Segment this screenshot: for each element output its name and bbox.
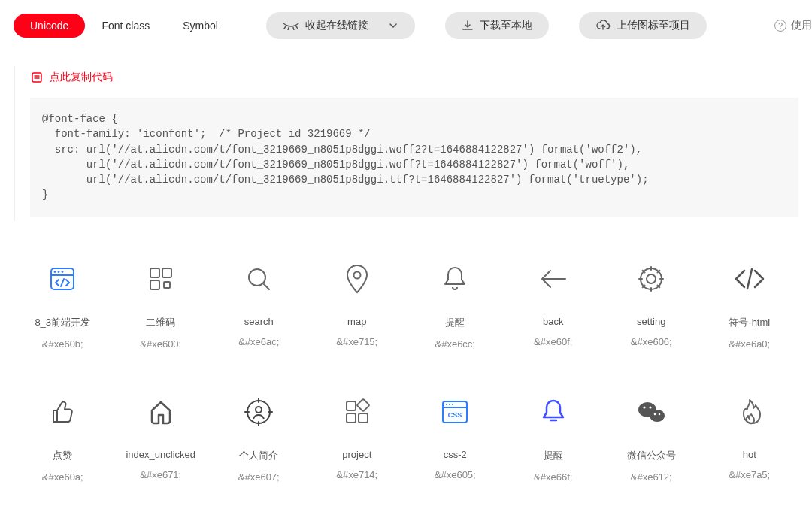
svg-point-29 [659, 413, 661, 415]
qrcode-icon [147, 262, 174, 296]
icon-label: css-2 [444, 449, 467, 460]
tab-fontclass[interactable]: Font class [85, 14, 166, 38]
svg-rect-8 [164, 282, 170, 288]
tab-group: Unicode Font class Symbol [14, 14, 235, 38]
icon-qrcode[interactable]: 二维码 &#xe600; [112, 262, 211, 350]
icon-project[interactable]: project &#xe714; [308, 395, 407, 483]
svg-point-4 [62, 271, 64, 273]
icon-code: &#xe60b; [42, 338, 83, 350]
icon-code: &#xe6a0; [729, 338, 770, 350]
icon-label: back [543, 316, 563, 327]
icon-bell-blue[interactable]: 提醒 &#xe66f; [504, 395, 603, 483]
icon-code: &#xe612; [631, 471, 672, 483]
fire-icon [738, 395, 762, 429]
icon-hot[interactable]: hot &#xe7a5; [701, 395, 799, 483]
wechat-icon [636, 395, 666, 429]
cloud-upload-icon [595, 20, 611, 32]
icon-label: 符号-html [729, 316, 770, 329]
copy-code-button[interactable]: 点此复制代码 [30, 71, 798, 84]
project-grid-icon [344, 395, 371, 429]
icon-label: 个人简介 [239, 449, 278, 462]
icon-code: &#xe671; [140, 469, 181, 480]
svg-point-20 [446, 404, 447, 405]
bell-icon [442, 262, 468, 296]
help-link[interactable]: ? 使用 [774, 19, 812, 32]
icon-label: 二维码 [146, 316, 175, 329]
icon-css2[interactable]: CSS css-2 &#xe605; [406, 395, 504, 483]
icon-label: setting [637, 316, 665, 327]
icon-code: &#xe606; [631, 336, 672, 347]
icon-like[interactable]: 点赞 &#xe60a; [14, 395, 112, 483]
svg-point-3 [58, 271, 60, 273]
icon-back[interactable]: back &#xe60f; [504, 262, 603, 350]
icon-code: &#xe6cc; [435, 338, 475, 350]
icon-label: index_unclicked [126, 449, 195, 460]
icon-code: &#xe66f; [534, 471, 572, 483]
icon-label: 8_3前端开发 [35, 316, 90, 329]
icon-grid: 8_3前端开发 &#xe60b; 二维码 &#xe600; search &#x… [0, 262, 812, 483]
icon-code: &#xe715; [336, 336, 377, 347]
icon-label: map [347, 316, 366, 327]
icon-code: &#xe7a5; [729, 469, 770, 480]
icon-map[interactable]: map &#xe715; [308, 262, 407, 350]
icon-label: search [244, 316, 274, 327]
icon-search[interactable]: search &#xe6ac; [210, 262, 308, 350]
icon-label: 微信公众号 [627, 449, 676, 462]
icon-code: &#xe605; [435, 469, 476, 480]
svg-point-26 [650, 406, 652, 408]
home-icon [147, 395, 174, 429]
svg-rect-6 [162, 268, 171, 277]
question-icon: ? [774, 20, 786, 32]
collapse-link-button[interactable]: 收起在线链接 [266, 12, 415, 39]
svg-point-12 [641, 268, 662, 289]
svg-text:CSS: CSS [448, 411, 462, 419]
icon-label: 提醒 [445, 316, 465, 329]
target-user-icon [244, 395, 273, 429]
arrow-left-icon [539, 262, 568, 296]
code-block[interactable]: @font-face { font-family: 'iconfont'; /*… [30, 98, 798, 217]
icon-setting[interactable]: setting &#xe606; [602, 262, 701, 350]
gear-icon [637, 262, 665, 296]
tab-unicode[interactable]: Unicode [14, 14, 85, 38]
code-brackets-icon [734, 262, 765, 296]
frontend-dev-icon [47, 262, 77, 296]
svg-point-9 [249, 269, 265, 286]
svg-rect-5 [150, 268, 159, 277]
collapse-link-label: 收起在线链接 [305, 19, 368, 32]
copy-icon [30, 71, 44, 84]
icon-wechat-official[interactable]: 微信公众号 &#xe612; [602, 395, 701, 483]
svg-point-27 [650, 410, 665, 422]
icon-label: hot [743, 449, 756, 460]
svg-rect-7 [150, 280, 159, 289]
icon-index-unclicked[interactable]: index_unclicked &#xe671; [112, 395, 211, 483]
svg-point-14 [256, 407, 262, 413]
code-panel: 点此复制代码 @font-face { font-family: 'iconfo… [14, 66, 798, 221]
icon-bell-alert[interactable]: 提醒 &#xe6cc; [406, 262, 504, 350]
help-label: 使用 [791, 19, 812, 32]
icon-frontend-dev[interactable]: 8_3前端开发 &#xe60b; [14, 262, 112, 350]
toolbar: Unicode Font class Symbol 收起在线链接 下载至本地 上… [0, 0, 812, 51]
svg-rect-15 [347, 401, 356, 410]
download-button[interactable]: 下载至本地 [445, 12, 549, 39]
search-icon [244, 262, 273, 296]
icon-label: 点赞 [53, 449, 72, 462]
svg-point-11 [647, 274, 656, 283]
svg-point-25 [644, 406, 646, 408]
tab-symbol[interactable]: Symbol [166, 14, 235, 38]
svg-point-22 [452, 404, 453, 405]
svg-rect-17 [359, 413, 368, 423]
upload-button[interactable]: 上传图标至项目 [579, 12, 707, 39]
map-pin-icon [345, 262, 369, 296]
icon-code: &#xe60a; [42, 471, 83, 483]
svg-point-10 [353, 271, 360, 278]
svg-rect-18 [356, 398, 369, 411]
svg-rect-0 [32, 73, 41, 82]
icon-code: &#xe6ac; [238, 336, 279, 347]
svg-point-28 [654, 413, 656, 415]
icon-html-symbol[interactable]: 符号-html &#xe6a0; [701, 262, 799, 350]
svg-point-21 [449, 404, 450, 405]
eyelash-icon [283, 21, 299, 30]
copy-code-label: 点此复制代码 [50, 71, 113, 84]
icon-profile[interactable]: 个人简介 &#xe607; [210, 395, 308, 483]
thumbs-up-icon [49, 395, 76, 429]
